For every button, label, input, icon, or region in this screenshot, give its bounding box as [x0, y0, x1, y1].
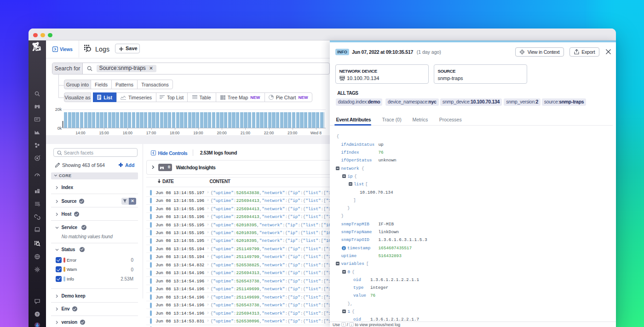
svg-text:?: ? [36, 312, 39, 316]
